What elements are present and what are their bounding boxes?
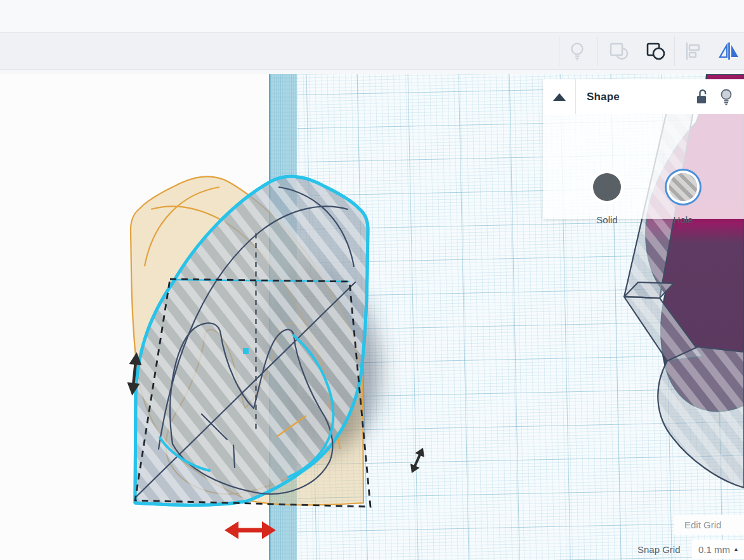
toolbar-separator <box>674 37 675 66</box>
hole-option-label: Hole <box>655 214 712 225</box>
flip-mirror-icon <box>718 40 741 63</box>
ungroup-icon <box>644 40 667 63</box>
caret-up-icon: ▲ <box>733 546 744 552</box>
panel-title: Shape <box>576 91 694 103</box>
group-icon <box>607 40 630 63</box>
toolbar-separator <box>597 37 598 66</box>
hole-option-button[interactable] <box>669 173 697 201</box>
toolbar <box>0 33 744 70</box>
inspector-header: Shape <box>543 79 744 114</box>
top-menu-bar <box>0 0 744 33</box>
unlock-icon[interactable] <box>694 88 708 105</box>
midpoint-handle[interactable] <box>243 348 249 354</box>
snap-grid-label: Snap Grid <box>637 544 681 555</box>
solid-option-button[interactable] <box>593 173 621 201</box>
shape-inspector-panel: Shape Solid Hole <box>543 79 744 219</box>
lightbulb-icon <box>566 41 588 62</box>
snap-grid-select[interactable]: 0.1 mm ▲ <box>692 540 744 559</box>
flip-mirror-button[interactable] <box>718 40 741 63</box>
edit-grid-button[interactable]: Edit Grid <box>674 515 744 535</box>
align-button[interactable] <box>681 40 704 63</box>
align-icon <box>681 40 704 63</box>
snap-grid-value: 0.1 mm <box>692 544 733 555</box>
lightbulb-icon[interactable] <box>719 88 734 106</box>
collapse-panel-button[interactable] <box>543 79 576 114</box>
toolbar-shadow-strip <box>0 70 744 74</box>
collapse-arrow-icon <box>553 93 566 101</box>
group-button[interactable] <box>607 40 630 63</box>
solid-option-label: Solid <box>578 214 636 225</box>
inspector-body: Solid Hole <box>543 114 744 219</box>
show-all-button[interactable] <box>566 40 589 63</box>
toolbar-separator <box>559 37 559 66</box>
ungroup-button[interactable] <box>644 40 667 63</box>
